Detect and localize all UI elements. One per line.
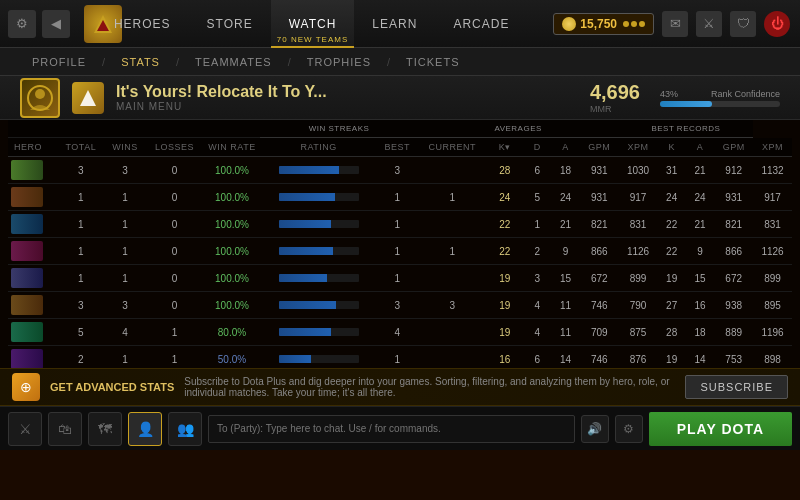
avg-deaths: 4 [523, 292, 551, 319]
win-rate: 100.0% [204, 157, 261, 184]
avg-xpm: 1030 [619, 157, 658, 184]
avg-assists: 11 [551, 319, 579, 346]
back-icon[interactable]: ◀ [42, 10, 70, 38]
rating [260, 238, 376, 265]
subnav-trophies[interactable]: TROPHIES [295, 52, 383, 72]
hero-thumbnail [11, 214, 43, 234]
inventory-icon-btn[interactable]: ⚔ [8, 412, 42, 446]
subnav-stats[interactable]: STATS [109, 52, 172, 72]
hero-cell [8, 238, 57, 265]
profile-subtitle: Main Menu [116, 101, 327, 112]
win-rate: 100.0% [204, 184, 261, 211]
main-nav-items: Heroes Store Watch 70 New Teams Learn Ar… [70, 0, 553, 48]
subscribe-button[interactable]: SUBSCRIBE [685, 375, 788, 399]
best-streak: 3 [377, 292, 418, 319]
banner-description: Subscribe to Dota Plus and dig deeper in… [184, 376, 675, 398]
table-row: 5 4 1 80.0% 4 19 4 11 709 875 28 18 889 … [8, 319, 792, 346]
avg-kills: 19 [487, 265, 523, 292]
current-streak [418, 157, 487, 184]
table-row: 1 1 0 100.0% 1 1 22 2 9 866 1126 22 9 86… [8, 238, 792, 265]
losses: 1 [145, 319, 203, 346]
wins: 3 [105, 157, 146, 184]
chat-input[interactable] [208, 415, 575, 443]
win-rate: 100.0% [204, 265, 261, 292]
losses: 1 [145, 346, 203, 369]
best-kills: 28 [657, 319, 685, 346]
subnav-teammates[interactable]: TEAMMATES [183, 52, 284, 72]
rating-bar [279, 328, 359, 336]
sub-navigation: PROFILE / STATS / TEAMMATES / TROPHIES /… [0, 48, 800, 76]
avg-gpm: 821 [580, 211, 619, 238]
best-kills: 31 [657, 157, 685, 184]
rank-badge [20, 78, 60, 118]
win-rate: 100.0% [204, 211, 261, 238]
settings-icon[interactable]: ⚙ [8, 10, 36, 38]
rating [260, 319, 376, 346]
top-navigation: ⚙ ◀ Heroes Store Watch 70 New Teams Lear… [0, 0, 800, 48]
group-icon-btn[interactable]: 👥 [168, 412, 202, 446]
subnav-profile[interactable]: PROFILE [20, 52, 98, 72]
power-button[interactable]: ⏻ [764, 11, 790, 37]
hero-thumbnail [11, 187, 43, 207]
volume-icon[interactable]: 🔊 [581, 415, 609, 443]
best-streak: 4 [377, 319, 418, 346]
avg-gpm: 672 [580, 265, 619, 292]
current-streak: 1 [418, 238, 487, 265]
subnav-tickets[interactable]: TICKETS [394, 52, 471, 72]
best-assists: 9 [686, 238, 714, 265]
rating [260, 157, 376, 184]
avg-deaths: 1 [523, 211, 551, 238]
best-kills: 27 [657, 292, 685, 319]
profile-icon-btn[interactable]: 👤 [128, 412, 162, 446]
avg-assists: 21 [551, 211, 579, 238]
avg-assists: 9 [551, 238, 579, 265]
nav-store[interactable]: Store [189, 0, 271, 48]
hero-cell [8, 184, 57, 211]
total-games: 3 [57, 157, 104, 184]
hero-thumbnail [11, 349, 43, 368]
hero-thumbnail [11, 268, 43, 288]
best-xpm: 831 [753, 211, 792, 238]
bottom-bar: ⚔ 🛍 🗺 👤 👥 🔊 ⚙ PLAY DOTA [0, 406, 800, 450]
best-kills: 19 [657, 265, 685, 292]
hero-cell [8, 211, 57, 238]
mail-icon[interactable]: ✉ [662, 11, 688, 37]
rating-bar [279, 247, 359, 255]
best-gpm: 753 [714, 346, 753, 369]
hero-thumbnail [11, 322, 43, 342]
avg-kills: 19 [487, 319, 523, 346]
win-rate: 50.0% [204, 346, 261, 369]
best-gpm: 672 [714, 265, 753, 292]
social-icon[interactable]: ⚔ [696, 11, 722, 37]
avg-xpm: 899 [619, 265, 658, 292]
total-games: 3 [57, 292, 104, 319]
avg-deaths: 6 [523, 346, 551, 369]
nav-watch[interactable]: Watch 70 New Teams [271, 0, 355, 48]
best-kills: 19 [657, 346, 685, 369]
banner-title: GET ADVANCED STATS [50, 381, 174, 393]
nav-learn[interactable]: Learn [354, 0, 435, 48]
best-streak: 1 [377, 346, 418, 369]
avg-deaths: 2 [523, 238, 551, 265]
nav-arcade[interactable]: Arcade [435, 0, 527, 48]
current-streak: 1 [418, 184, 487, 211]
settings-gear-icon[interactable]: ⚙ [615, 415, 643, 443]
confidence-bar-bg [660, 101, 780, 107]
wins: 1 [105, 211, 146, 238]
stats-table-container[interactable]: WIN STREAKS AVERAGES BEST RECORDS HERO T… [0, 120, 800, 368]
best-assists: 14 [686, 346, 714, 369]
shop-icon-btn[interactable]: 🛍 [48, 412, 82, 446]
current-streak [418, 265, 487, 292]
map-icon-btn[interactable]: 🗺 [88, 412, 122, 446]
nav-heroes[interactable]: Heroes [96, 0, 189, 48]
gold-amount: 15,750 [580, 17, 617, 31]
shield-icon[interactable]: 🛡 [730, 11, 756, 37]
rating [260, 265, 376, 292]
hero-thumbnail [11, 241, 43, 261]
play-dota-button[interactable]: PLAY DOTA [649, 412, 792, 446]
gold-display[interactable]: 15,750 [553, 13, 654, 35]
best-gpm: 938 [714, 292, 753, 319]
wins: 1 [105, 265, 146, 292]
avg-assists: 18 [551, 157, 579, 184]
rating [260, 346, 376, 369]
